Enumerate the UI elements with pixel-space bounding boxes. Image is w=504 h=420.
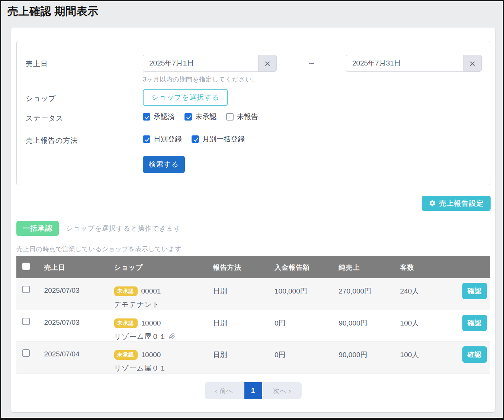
checkbox-label: 未報告: [237, 112, 258, 122]
cell-shop: 未承認 10000 リゾーム屋０１: [106, 342, 205, 373]
shop-code: 10000: [141, 319, 161, 327]
cell-customers: 100人: [392, 310, 439, 342]
checkbox-approved[interactable]: [143, 113, 150, 121]
status-option-approved[interactable]: 承認済: [143, 112, 175, 122]
row-checkbox[interactable]: [22, 318, 30, 325]
checkbox-label: 日別登録: [154, 134, 182, 144]
cell-reported-amount: 100,000円: [266, 278, 330, 310]
checkbox-label: 月別一括登録: [202, 134, 245, 144]
table-row: 2025/07/04 未承認 10000 リゾーム屋０１ 日別 0円 90,00…: [16, 342, 490, 373]
sales-date-label: 売上日: [26, 59, 48, 69]
shop-select-button[interactable]: ショップを選択する: [143, 89, 228, 106]
report-method-label: 売上報告の方法: [26, 136, 78, 145]
header-date: 売上日: [36, 256, 106, 278]
cell-reported-amount: 0円: [266, 310, 330, 342]
report-method-checkbox-group: 日別登録 月別一括登録: [143, 134, 251, 144]
date-from-input[interactable]: 2025年7月1日: [143, 55, 258, 72]
table-row: 2025/07/03 未承認 10000 リゾーム屋０１ 日別 0円 90,0: [16, 310, 490, 342]
date-from-clear-button[interactable]: ×: [258, 55, 277, 72]
row-checkbox[interactable]: [22, 286, 30, 293]
shop-name: リゾーム屋０１: [114, 332, 167, 342]
cell-date: 2025/07/03: [36, 310, 106, 342]
status-badge: 未承認: [114, 318, 138, 328]
confirm-button[interactable]: 確認: [462, 283, 487, 299]
sales-table: 売上日 ショップ 報告方法 入金報告額 純売上 客数 2025/07/03 未承…: [16, 256, 490, 373]
pagination-next-button[interactable]: 次へ ›: [263, 382, 302, 399]
cell-date: 2025/07/04: [36, 342, 106, 373]
status-checkbox-group: 承認済 未承認 未報告: [143, 112, 264, 122]
table-note: 売上日の時点で営業しているショップを表示しています: [16, 245, 182, 253]
status-label: ステータス: [26, 113, 64, 123]
select-all-checkbox[interactable]: [22, 263, 30, 270]
date-to-clear-button[interactable]: ×: [463, 55, 482, 72]
header-shop: ショップ: [106, 256, 205, 278]
cell-method: 日別: [205, 278, 266, 310]
row-checkbox[interactable]: [22, 349, 30, 357]
date-to-input[interactable]: 2025年7月31日: [346, 55, 463, 72]
checkbox-daily[interactable]: [143, 135, 150, 143]
checkbox-label: 承認済: [154, 112, 175, 122]
filter-panel: 売上日 2025年7月1日 × ~ 2025年7月31日 × 3ヶ月以内の期間を…: [16, 41, 490, 185]
date-to-group: 2025年7月31日 ×: [346, 55, 482, 72]
method-option-daily[interactable]: 日別登録: [143, 134, 182, 144]
table-row: 2025/07/03 未承認 00001 デモテナント 日別 100,000円 …: [16, 278, 490, 310]
cell-customers: 240人: [392, 278, 439, 310]
table-header-row: 売上日 ショップ 報告方法 入金報告額 純売上 客数: [16, 256, 490, 278]
confirm-button[interactable]: 確認: [462, 346, 487, 363]
cell-shop: 未承認 10000 リゾーム屋０１: [106, 310, 205, 342]
method-option-monthly[interactable]: 月別一括登録: [192, 134, 245, 144]
cell-net-sales: 270,000円: [330, 278, 391, 310]
checkbox-monthly[interactable]: [192, 135, 199, 143]
sales-date-range: 2025年7月1日 × ~ 2025年7月31日 ×: [143, 55, 482, 72]
pagination: ‹ 前へ 1 次へ ›: [11, 382, 495, 399]
bulk-approve-button[interactable]: 一括承認: [16, 221, 59, 236]
checkbox-label: 未承認: [195, 112, 216, 122]
header-customers: 客数: [392, 256, 439, 278]
shop-name: デモテナント: [114, 300, 160, 310]
date-from-group: 2025年7月1日 ×: [143, 55, 277, 72]
cell-net-sales: 90,000円: [330, 310, 391, 342]
header-method: 報告方法: [205, 256, 266, 278]
checkbox-unapproved[interactable]: [184, 113, 192, 121]
report-settings-button[interactable]: 売上報告設定: [422, 196, 491, 211]
confirm-button[interactable]: 確認: [462, 315, 487, 331]
shop-code: 00001: [141, 287, 161, 295]
pagination-page-1[interactable]: 1: [244, 382, 262, 399]
header-reported-amount: 入金報告額: [266, 256, 330, 278]
bulk-approve-row: 一括承認 ショップを選択すると操作できます: [16, 221, 181, 236]
bulk-approve-note: ショップを選択すると操作できます: [66, 224, 181, 233]
cell-customers: 100人: [392, 342, 439, 373]
status-option-unreported[interactable]: 未報告: [226, 112, 258, 122]
status-option-unapproved[interactable]: 未承認: [184, 112, 216, 122]
status-badge: 未承認: [114, 350, 138, 360]
paperclip-icon: [169, 333, 175, 340]
search-button[interactable]: 検索する: [143, 156, 185, 173]
close-icon: ×: [264, 59, 271, 68]
cell-shop: 未承認 00001 デモテナント: [106, 278, 205, 310]
status-badge: 未承認: [114, 286, 138, 296]
cell-net-sales: 90,000円: [330, 342, 391, 373]
cell-date: 2025/07/03: [36, 278, 106, 310]
date-range-separator: ~: [277, 58, 346, 69]
page-title: 売上確認 期間表示: [7, 4, 99, 19]
header-net-sales: 純売上: [330, 256, 391, 278]
main-content-card: 売上日 2025年7月1日 × ~ 2025年7月31日 × 3ヶ月以内の期間を…: [11, 28, 495, 412]
window-frame: 売上確認 期間表示 売上日 2025年7月1日 × ~ 2025年7月31日 ×…: [0, 0, 504, 420]
shop-name: リゾーム屋０１: [114, 363, 167, 373]
gear-icon: [429, 200, 436, 207]
shop-label: ショップ: [26, 94, 56, 103]
header-action: [439, 256, 490, 278]
checkbox-unreported[interactable]: [226, 113, 234, 121]
date-range-helper: 3ヶ月以内の期間を指定してください。: [143, 75, 259, 84]
cell-method: 日別: [205, 310, 266, 342]
pagination-prev-button[interactable]: ‹ 前へ: [205, 382, 244, 399]
cell-method: 日別: [205, 342, 266, 373]
shop-code: 10000: [141, 351, 161, 359]
close-icon: ×: [469, 59, 476, 68]
cell-reported-amount: 0円: [266, 342, 330, 373]
report-settings-label: 売上報告設定: [439, 199, 484, 208]
